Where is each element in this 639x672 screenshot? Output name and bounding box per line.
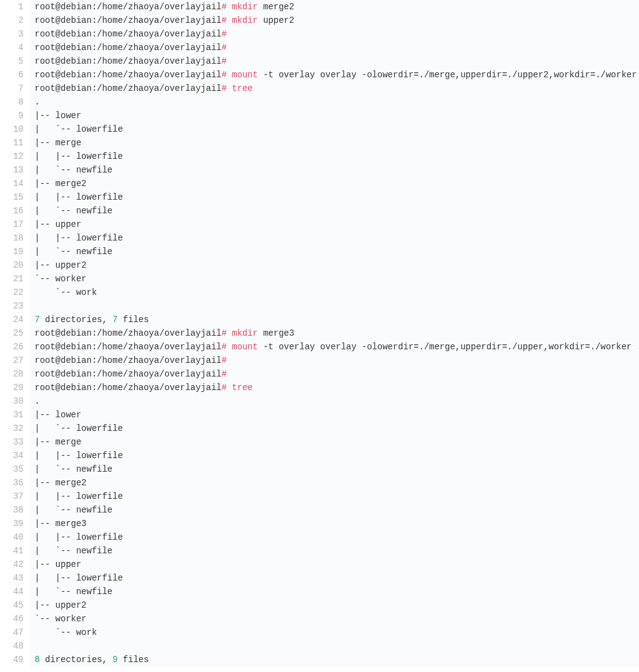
code-line: |-- upper [30, 218, 639, 231]
prompt-hash: # [221, 2, 226, 12]
output-text: | |-- lowerfile [35, 192, 123, 202]
code-block: 1234567891011121314151617181920212223242… [0, 0, 639, 666]
shell-prompt: root@debian:/home/zhaoya/overlayjail [35, 83, 221, 93]
line-number: 40 [0, 530, 30, 544]
output-text: |-- lower [35, 410, 82, 420]
output-text: | `-- newfile [35, 247, 112, 257]
code-line: | `-- newfile [30, 585, 639, 598]
code-line: | `-- newfile [30, 462, 639, 476]
code-line: root@debian:/home/zhaoya/overlayjail# mk… [30, 14, 639, 27]
summary-mid: directories, [40, 655, 112, 665]
shell-prompt: root@debian:/home/zhaoya/overlayjail [35, 369, 221, 379]
line-number: 27 [0, 354, 30, 367]
code-line: | |-- lowerfile [30, 571, 639, 585]
line-number: 20 [0, 258, 30, 272]
code-line: `-- worker [30, 272, 639, 286]
prompt-hash: # [221, 43, 226, 53]
code-area[interactable]: root@debian:/home/zhaoya/overlayjail# mk… [30, 0, 639, 666]
command-args: merge2 [263, 2, 294, 12]
output-text: | `-- newfile [35, 206, 112, 216]
line-number: 13 [0, 163, 30, 177]
command-name: tree [232, 83, 253, 93]
output-text: |-- lower [35, 111, 82, 121]
code-line: `-- worker [30, 612, 639, 626]
line-number: 32 [0, 422, 30, 435]
code-line: root@debian:/home/zhaoya/overlayjail# tr… [30, 381, 639, 394]
prompt-hash: # [221, 83, 226, 93]
code-line: root@debian:/home/zhaoya/overlayjail# mk… [30, 326, 639, 340]
code-line: | `-- lowerfile [30, 422, 639, 435]
code-line: | `-- newfile [30, 163, 639, 177]
line-number: 37 [0, 490, 30, 503]
line-number: 25 [0, 326, 30, 340]
shell-prompt: root@debian:/home/zhaoya/overlayjail [35, 15, 221, 25]
code-line: | |-- lowerfile [30, 231, 639, 245]
output-text: | `-- lowerfile [35, 124, 123, 134]
code-line: | |-- lowerfile [30, 490, 639, 503]
output-text: | |-- lowerfile [35, 233, 123, 243]
line-number: 28 [0, 367, 30, 381]
code-line: |-- lower [30, 109, 639, 122]
line-number: 2 [0, 14, 30, 27]
command-args: merge3 [263, 328, 294, 338]
output-text: `-- work [35, 287, 97, 297]
prompt-hash: # [221, 342, 226, 352]
code-line: root@debian:/home/zhaoya/overlayjail# tr… [30, 82, 639, 95]
output-text: | `-- newfile [35, 464, 112, 474]
line-number: 44 [0, 585, 30, 598]
code-line: | `-- newfile [30, 544, 639, 558]
line-number: 9 [0, 109, 30, 122]
output-text: . [35, 396, 40, 406]
prompt-hash: # [221, 383, 226, 393]
code-line: |-- upper [30, 558, 639, 571]
command-args: -t overlay overlay -olowerdir=./merge,up… [263, 342, 639, 352]
output-text: |-- merge2 [35, 478, 87, 488]
line-number: 41 [0, 544, 30, 558]
code-line: | `-- newfile [30, 245, 639, 258]
line-number: 35 [0, 462, 30, 476]
prompt-hash: # [221, 29, 226, 39]
command-name: mount [232, 342, 258, 352]
line-number: 42 [0, 558, 30, 571]
code-line [30, 639, 639, 653]
code-line [30, 299, 639, 313]
line-number: 38 [0, 503, 30, 517]
code-line: |-- lower [30, 408, 639, 422]
output-text: | `-- newfile [35, 546, 112, 556]
code-line: |-- merge2 [30, 177, 639, 190]
shell-prompt: root@debian:/home/zhaoya/overlayjail [35, 342, 221, 352]
line-number: 6 [0, 68, 30, 82]
line-number: 49 [0, 653, 30, 666]
prompt-hash: # [221, 328, 226, 338]
output-text: |-- upper2 [35, 260, 87, 270]
output-text: | |-- lowerfile [35, 573, 123, 583]
line-number: 23 [0, 299, 30, 313]
output-text: |-- merge [35, 138, 82, 148]
shell-prompt: root@debian:/home/zhaoya/overlayjail [35, 383, 221, 393]
code-line: root@debian:/home/zhaoya/overlayjail# [30, 54, 639, 68]
output-text: | `-- newfile [35, 165, 112, 175]
shell-prompt: root@debian:/home/zhaoya/overlayjail [35, 56, 221, 66]
output-text: | |-- lowerfile [35, 451, 123, 461]
code-line: | `-- newfile [30, 503, 639, 517]
command-name: tree [232, 383, 253, 393]
code-line: | |-- lowerfile [30, 190, 639, 204]
line-number: 34 [0, 449, 30, 462]
command-args: -t overlay overlay -olowerdir=./merge,up… [263, 70, 639, 80]
code-line: `-- work [30, 286, 639, 299]
code-line: . [30, 95, 639, 109]
output-text: | `-- newfile [35, 505, 112, 515]
output-text: | |-- lowerfile [35, 532, 123, 542]
shell-prompt: root@debian:/home/zhaoya/overlayjail [35, 43, 221, 53]
code-line: |-- merge [30, 136, 639, 150]
output-text: | `-- newfile [35, 587, 112, 597]
line-number: 14 [0, 177, 30, 190]
line-number: 4 [0, 41, 30, 54]
code-line: root@debian:/home/zhaoya/overlayjail# mk… [30, 0, 639, 14]
line-number: 10 [0, 122, 30, 136]
shell-prompt: root@debian:/home/zhaoya/overlayjail [35, 2, 221, 12]
prompt-hash: # [221, 369, 226, 379]
line-number: 46 [0, 612, 30, 626]
code-line: . [30, 394, 639, 408]
line-number: 8 [0, 95, 30, 109]
